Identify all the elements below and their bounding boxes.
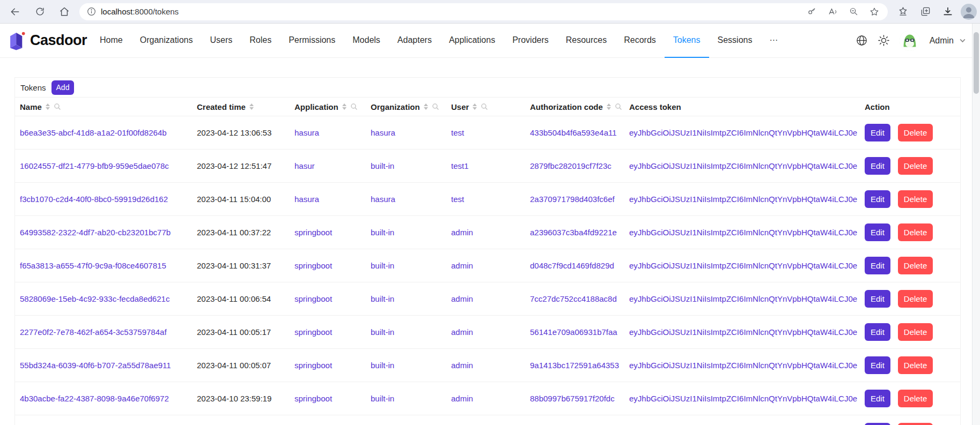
cell-token[interactable]: eyJhbGciOiJSUzI1NiIsImtpZCI6ImNlcnQtYnVp… bbox=[624, 361, 860, 370]
cell-code[interactable]: 9a1413bc172591a64353 bbox=[525, 361, 624, 370]
site-info-icon[interactable] bbox=[87, 7, 96, 16]
cell-application[interactable]: hasura bbox=[290, 195, 366, 204]
sort-icon[interactable] bbox=[249, 103, 254, 110]
sort-icon[interactable] bbox=[46, 103, 50, 110]
casdoor-logo[interactable]: Casdoor bbox=[6, 31, 87, 51]
back-button[interactable] bbox=[5, 3, 25, 21]
nav-item-permissions[interactable]: Permissions bbox=[280, 24, 344, 58]
cell-token[interactable]: eyJhbGciOiJSUzI1NiIsImtpZCI6ImNlcnQtYnVp… bbox=[624, 394, 860, 403]
language-button[interactable] bbox=[856, 34, 868, 47]
cell-user[interactable]: test bbox=[446, 128, 525, 137]
edit-button[interactable]: Edit bbox=[865, 356, 890, 374]
cell-name[interactable]: 4b30acbe-fa22-4387-8098-9a46e70f6972 bbox=[15, 394, 192, 403]
nav-item-users[interactable]: Users bbox=[201, 24, 241, 58]
cell-code[interactable]: 433b504b4f6a593e4a11 bbox=[525, 128, 624, 137]
delete-button[interactable]: Delete bbox=[898, 423, 933, 425]
edit-button[interactable]: Edit bbox=[865, 124, 890, 141]
address-bar[interactable]: localhost:8000/tokens bbox=[79, 3, 888, 20]
nav-item-organizations[interactable]: Organizations bbox=[131, 24, 202, 58]
delete-button[interactable]: Delete bbox=[898, 124, 933, 141]
cell-token[interactable]: eyJhbGciOiJSUzI1NiIsImtpZCI6ImNlcnQtYnVp… bbox=[624, 195, 860, 204]
nav-item-sessions[interactable]: Sessions bbox=[709, 24, 761, 58]
edit-button[interactable]: Edit bbox=[865, 190, 890, 208]
cell-user[interactable]: admin bbox=[446, 361, 525, 370]
read-aloud-button[interactable] bbox=[824, 4, 841, 19]
home-button[interactable] bbox=[55, 3, 74, 21]
cell-name[interactable]: 55bd324a-6039-40f6-b707-2a55d78ae911 bbox=[15, 361, 192, 370]
column-header-name[interactable]: Name bbox=[15, 102, 192, 111]
column-search-icon[interactable] bbox=[432, 103, 439, 110]
nav-item-providers[interactable]: Providers bbox=[504, 24, 557, 58]
refresh-button[interactable] bbox=[30, 3, 49, 21]
user-avatar[interactable] bbox=[900, 31, 920, 51]
delete-button[interactable]: Delete bbox=[898, 223, 933, 241]
cell-code[interactable]: 88b0997b675917f20fdc bbox=[525, 394, 624, 403]
cell-code[interactable]: 2879fbc282019cf7f23c bbox=[525, 161, 624, 170]
nav-item-adapters[interactable]: Adapters bbox=[389, 24, 440, 58]
nav-item-applications[interactable]: Applications bbox=[440, 24, 504, 58]
cell-code[interactable]: a2396037c3ba4fd9221e bbox=[525, 228, 624, 237]
column-header-created[interactable]: Created time bbox=[192, 102, 290, 111]
nav-item-models[interactable]: Models bbox=[344, 24, 389, 58]
column-search-icon[interactable] bbox=[615, 103, 622, 110]
delete-button[interactable]: Delete bbox=[898, 390, 933, 407]
edit-button[interactable]: Edit bbox=[865, 390, 890, 407]
edit-button[interactable]: Edit bbox=[865, 423, 890, 425]
zoom-out-button[interactable] bbox=[845, 4, 861, 19]
cell-application[interactable]: springboot bbox=[290, 294, 366, 303]
sort-icon[interactable] bbox=[607, 103, 611, 110]
nav-item-tokens[interactable]: Tokens bbox=[665, 24, 709, 58]
column-header-user[interactable]: User bbox=[446, 102, 525, 111]
cell-application[interactable]: springboot bbox=[290, 228, 366, 237]
user-menu-chevron[interactable] bbox=[959, 37, 966, 44]
edit-button[interactable]: Edit bbox=[865, 223, 890, 241]
nav-item-records[interactable]: Records bbox=[615, 24, 665, 58]
downloads-button[interactable] bbox=[938, 3, 957, 21]
browser-profile-avatar[interactable] bbox=[961, 4, 977, 20]
add-button[interactable]: Add bbox=[51, 80, 75, 95]
cell-organization[interactable]: built-in bbox=[366, 161, 446, 170]
column-search-icon[interactable] bbox=[54, 103, 61, 110]
sort-icon[interactable] bbox=[424, 103, 428, 110]
url-text[interactable]: localhost:8000/tokens bbox=[101, 7, 179, 16]
cell-code[interactable]: 2a370971798d403fc6ef bbox=[525, 195, 624, 204]
delete-button[interactable]: Delete bbox=[898, 257, 933, 274]
cell-application[interactable]: springboot bbox=[290, 361, 366, 370]
edit-button[interactable]: Edit bbox=[865, 157, 890, 175]
add-favorite-button[interactable] bbox=[866, 4, 882, 19]
cell-user[interactable]: test1 bbox=[446, 161, 525, 170]
vertical-scrollbar[interactable] bbox=[972, 24, 980, 425]
password-key-button[interactable] bbox=[804, 4, 820, 19]
edit-button[interactable]: Edit bbox=[865, 290, 890, 308]
column-header-application[interactable]: Application bbox=[290, 102, 366, 111]
theme-toggle-button[interactable] bbox=[878, 34, 890, 47]
cell-organization[interactable]: built-in bbox=[366, 228, 446, 237]
sort-icon[interactable] bbox=[342, 103, 347, 110]
delete-button[interactable]: Delete bbox=[898, 190, 933, 208]
cell-token[interactable]: eyJhbGciOiJSUzI1NiIsImtpZCI6ImNlcnQtYnVp… bbox=[624, 327, 860, 337]
cell-user[interactable]: admin bbox=[446, 394, 525, 403]
cell-name[interactable]: 16024557-df21-4779-bfb9-959e5dae078c bbox=[15, 161, 192, 170]
favorites-button[interactable] bbox=[893, 3, 912, 21]
cell-code[interactable]: d048c7f9cd1469fd829d bbox=[525, 261, 624, 270]
cell-code[interactable]: 7cc27dc752cc4188ac8d bbox=[525, 294, 624, 303]
cell-organization[interactable]: built-in bbox=[366, 361, 446, 370]
cell-name[interactable]: b6ea3e35-abcf-41d8-a1a2-01f00fd8264b bbox=[15, 128, 192, 137]
cell-application[interactable]: hasura bbox=[290, 128, 366, 137]
cell-organization[interactable]: hasura bbox=[366, 195, 446, 204]
column-header-organization[interactable]: Organization bbox=[366, 102, 446, 111]
cell-name[interactable]: f65a3813-a655-47f0-9c9a-f08ce4607815 bbox=[15, 261, 192, 270]
cell-application[interactable]: springboot bbox=[290, 261, 366, 270]
cell-application[interactable]: springboot bbox=[290, 327, 366, 337]
delete-button[interactable]: Delete bbox=[898, 157, 933, 175]
cell-token[interactable]: eyJhbGciOiJSUzI1NiIsImtpZCI6ImNlcnQtYnVp… bbox=[624, 294, 860, 303]
delete-button[interactable]: Delete bbox=[898, 323, 933, 341]
edit-button[interactable]: Edit bbox=[865, 257, 890, 274]
nav-item-roles[interactable]: Roles bbox=[241, 24, 280, 58]
cell-token[interactable]: eyJhbGciOiJSUzI1NiIsImtpZCI6ImNlcnQtYnVp… bbox=[624, 161, 860, 170]
cell-organization[interactable]: built-in bbox=[366, 294, 446, 303]
collections-button[interactable] bbox=[916, 3, 935, 21]
nav-item-more[interactable]: ··· bbox=[761, 24, 786, 58]
cell-token[interactable]: eyJhbGciOiJSUzI1NiIsImtpZCI6ImNlcnQtYnVp… bbox=[624, 261, 860, 270]
edit-button[interactable]: Edit bbox=[865, 323, 890, 341]
